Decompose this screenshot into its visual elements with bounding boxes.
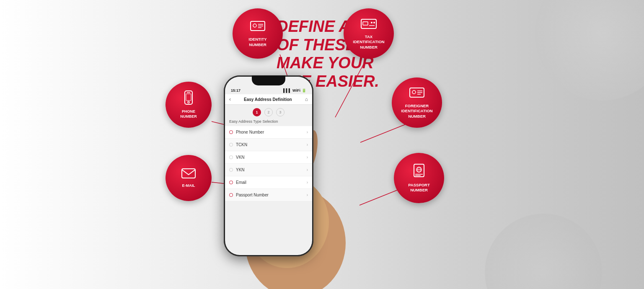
step-3: 3 — [276, 108, 284, 116]
chevron-email: › — [307, 180, 308, 185]
badge-foreigner[interactable]: FOREIGNER IDENTIFICATION NUMBER — [392, 77, 442, 128]
step-1: 1 — [253, 108, 261, 116]
phone-frame: 15:17 ▌▌▌ WiFi 🔋 ‹ Easy Address Definiti… — [224, 75, 313, 256]
badge-identity-label: IDENTITY NUMBER — [245, 37, 270, 47]
menu-item-email[interactable]: Email › — [225, 176, 312, 189]
menu-label-phone: Phone Number — [236, 130, 264, 134]
menu-item-ykn[interactable]: YKN › — [225, 164, 312, 176]
menu-label-email: Email — [236, 180, 246, 185]
badge-foreigner-label: FOREIGNER IDENTIFICATION NUMBER — [398, 103, 436, 119]
svg-point-13 — [371, 22, 372, 23]
svg-rect-26 — [414, 164, 424, 177]
badge-passport[interactable]: PASSPORT NUMBER — [394, 153, 444, 203]
badge-tax-label: TAX IDENTIFICATION NUMBER — [349, 34, 388, 50]
svg-rect-25 — [182, 169, 195, 178]
passport-icon — [413, 163, 425, 181]
svg-rect-19 — [186, 94, 191, 101]
home-icon[interactable]: ⌂ — [305, 96, 308, 102]
menu-item-tckn[interactable]: TCKN › — [225, 139, 312, 151]
menu-label-vkn: VKN — [236, 155, 245, 160]
badge-phone[interactable]: PHONE NUMBER — [166, 82, 212, 128]
foreigner-id-icon — [409, 86, 424, 102]
menu-label-ykn: YKN — [236, 168, 245, 172]
svg-rect-12 — [363, 22, 368, 25]
chevron-vkn: › — [307, 155, 308, 160]
radio-tckn[interactable] — [229, 143, 233, 147]
chevron-phone: › — [307, 130, 308, 134]
radio-passport[interactable] — [229, 193, 233, 197]
badge-phone-label: PHONE NUMBER — [177, 109, 200, 119]
menu-item-phone[interactable]: Phone Number › — [225, 126, 312, 139]
status-icons: ▌▌▌ WiFi 🔋 — [283, 88, 306, 93]
badge-email-label: E-MAIL — [179, 183, 199, 188]
radio-phone[interactable] — [229, 130, 233, 134]
svg-point-14 — [373, 22, 375, 23]
menu-list: Phone Number › TCKN › VKN › — [225, 126, 312, 201]
badge-passport-label: PASSPORT NUMBER — [405, 183, 433, 193]
badge-tax[interactable]: TAX IDENTIFICATION NUMBER — [344, 8, 394, 59]
step-2: 2 — [264, 108, 273, 116]
radio-vkn[interactable] — [229, 155, 233, 159]
radio-ykn[interactable] — [229, 168, 233, 172]
menu-label-tckn: TCKN — [236, 142, 247, 147]
radio-email[interactable] — [229, 181, 233, 184]
badge-identity[interactable]: IDENTITY NUMBER — [233, 8, 283, 59]
section-label: Easy Address Type Selection — [225, 118, 312, 126]
step-indicators: 1 2 3 — [225, 105, 312, 118]
email-icon — [181, 168, 196, 182]
tax-card-icon — [361, 17, 377, 33]
phone-icon — [184, 90, 193, 108]
app-title: Easy Address Definition — [244, 97, 292, 102]
chevron-tckn: › — [307, 142, 308, 147]
back-arrow-icon[interactable]: ‹ — [229, 96, 231, 102]
badge-email[interactable]: E-MAIL — [166, 155, 212, 201]
svg-point-7 — [253, 24, 256, 27]
menu-item-passport[interactable]: Passport Number › — [225, 189, 312, 201]
svg-point-18 — [188, 101, 189, 103]
chevron-ykn: › — [307, 168, 308, 172]
menu-item-vkn[interactable]: VKN › — [225, 151, 312, 164]
id-card-icon — [250, 20, 265, 35]
status-time: 15:17 — [231, 88, 241, 93]
svg-rect-11 — [361, 19, 376, 28]
menu-label-passport: Passport Number — [236, 193, 269, 197]
svg-point-21 — [412, 90, 416, 94]
chevron-passport: › — [307, 193, 308, 197]
app-header: ‹ Easy Address Definition ⌂ — [225, 94, 312, 105]
